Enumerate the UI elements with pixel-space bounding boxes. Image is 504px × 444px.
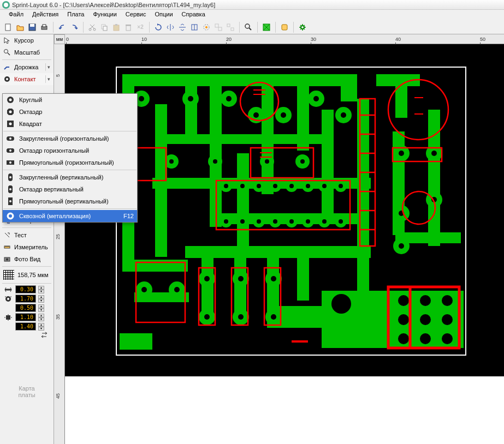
menu-file[interactable]: Файл xyxy=(4,10,28,20)
rotate-icon[interactable] xyxy=(153,22,163,32)
svg-point-158 xyxy=(420,333,431,344)
pad-rect-v[interactable]: Прямоугольный (вертикальный) xyxy=(3,195,137,207)
pad-round[interactable]: Круглый xyxy=(3,94,137,106)
tool-test[interactable]: Тест xyxy=(0,229,54,241)
svg-point-36 xyxy=(6,259,8,261)
chevron-down-icon[interactable]: ▾ xyxy=(45,75,50,83)
new-icon[interactable] xyxy=(3,22,13,32)
save-icon[interactable] xyxy=(27,22,37,32)
svg-point-99 xyxy=(265,159,269,164)
track-width-icon xyxy=(3,286,13,293)
menu-actions[interactable]: Действия xyxy=(28,10,63,20)
grid-display[interactable]: 158,75 мкм xyxy=(0,268,54,282)
mirror-v-icon[interactable] xyxy=(177,22,187,32)
svg-point-201 xyxy=(9,176,11,178)
open-icon[interactable] xyxy=(15,22,25,32)
svg-point-152 xyxy=(420,295,431,306)
param-field[interactable]: 1.40 xyxy=(15,322,36,331)
svg-rect-60 xyxy=(234,257,246,317)
snap-icon[interactable] xyxy=(201,22,211,32)
svg-point-120 xyxy=(257,184,261,188)
empty-icon xyxy=(3,323,13,331)
svg-point-153 xyxy=(442,295,453,306)
svg-point-121 xyxy=(273,184,277,188)
test-icon xyxy=(3,231,11,239)
duplicate-icon[interactable]: ×2 xyxy=(135,22,145,32)
tool-measure[interactable]: Измеритель xyxy=(0,241,54,253)
spinner[interactable]: ▴▾ xyxy=(38,304,44,312)
pad-square[interactable]: Квадрат xyxy=(3,118,137,130)
svg-rect-62 xyxy=(297,257,309,301)
pad-rounded-v[interactable]: Закругленный (вертикальный) xyxy=(3,171,137,183)
svg-rect-20 xyxy=(231,28,234,31)
svg-point-205 xyxy=(9,200,11,202)
svg-point-101 xyxy=(300,159,305,164)
svg-rect-53 xyxy=(322,110,334,219)
mirror-h-icon[interactable] xyxy=(165,22,175,32)
pad-rounded-h[interactable]: Закругленный (горизонтальный) xyxy=(3,133,137,145)
pad-rounded-v-icon xyxy=(6,173,15,181)
svg-rect-2 xyxy=(30,24,34,27)
paste-icon[interactable] xyxy=(111,22,121,32)
layer-icon[interactable] xyxy=(280,22,289,32)
spinner[interactable]: ▴▾ xyxy=(38,314,44,321)
delete-icon[interactable] xyxy=(123,22,133,32)
param-track-width: 0.30 ▴▾ xyxy=(0,285,54,294)
menu-functions[interactable]: Функции xyxy=(88,10,121,20)
app-icon xyxy=(2,1,10,9)
settings-icon[interactable] xyxy=(298,22,307,32)
spinner[interactable]: ▴▾ xyxy=(38,286,44,293)
menu-help[interactable]: Справка xyxy=(177,10,210,20)
undo-icon[interactable] xyxy=(57,22,67,32)
svg-point-189 xyxy=(9,99,12,101)
svg-point-81 xyxy=(313,96,319,101)
param-field[interactable]: 0.50 xyxy=(15,304,36,312)
copy-icon[interactable] xyxy=(99,22,109,32)
cut-icon[interactable] xyxy=(87,22,97,32)
menu-board[interactable]: Плата xyxy=(63,10,88,20)
group-icon[interactable] xyxy=(214,22,223,32)
svg-point-85 xyxy=(399,151,404,156)
pad-octagon[interactable]: Октаэдр xyxy=(3,106,137,118)
ungroup-icon[interactable] xyxy=(226,22,235,32)
svg-point-127 xyxy=(240,219,245,224)
zoom-tool-icon xyxy=(3,49,11,56)
param-field[interactable]: 0.30 xyxy=(15,285,36,293)
svg-rect-0 xyxy=(5,24,10,31)
svg-point-147 xyxy=(271,276,276,281)
param-field[interactable]: 1.10 xyxy=(15,313,36,321)
chevron-down-icon[interactable]: ▾ xyxy=(45,63,50,71)
svg-point-38 xyxy=(7,298,9,300)
pad-round-icon xyxy=(6,96,15,104)
zoom-icon[interactable] xyxy=(244,22,253,32)
tool-photo[interactable]: Фото Вид xyxy=(0,253,54,265)
tool-track[interactable]: Дорожка ▾ xyxy=(0,61,54,73)
svg-rect-24 xyxy=(282,25,287,30)
spinner[interactable]: ▴▾ xyxy=(38,323,44,331)
align-icon[interactable] xyxy=(189,22,199,32)
svg-rect-58 xyxy=(185,246,371,258)
pad-octagon-h[interactable]: Октаэдр горизонтальный xyxy=(3,145,137,157)
param-field[interactable]: 1.70 xyxy=(15,295,36,303)
pad-rect-h[interactable]: Прямоугольный (горизонтальный) xyxy=(3,157,137,169)
spinner[interactable]: ▴▾ xyxy=(38,295,44,303)
pad-rect-v-icon xyxy=(6,197,15,205)
pad-octagon-v[interactable]: Октаэдр вертикальный xyxy=(3,183,137,195)
transparent-icon[interactable] xyxy=(262,22,271,32)
pad-through[interactable]: Сквозной (металлизация) F12 xyxy=(3,210,137,222)
tool-cursor[interactable]: Курсор xyxy=(0,34,54,46)
svg-rect-39 xyxy=(6,315,10,320)
tool-pad[interactable]: Контакт ▾ xyxy=(0,73,54,85)
param-swap[interactable] xyxy=(0,331,54,339)
svg-rect-10 xyxy=(115,24,117,26)
print-icon[interactable] xyxy=(39,22,49,32)
redo-icon[interactable] xyxy=(69,22,79,32)
menu-options[interactable]: Опции xyxy=(151,10,177,20)
ruler-unit: мм xyxy=(54,34,65,44)
pad-through-icon xyxy=(6,212,15,220)
svg-point-129 xyxy=(273,219,277,224)
tool-zoom[interactable]: Масштаб xyxy=(0,46,54,58)
svg-rect-64 xyxy=(428,110,440,246)
menu-service[interactable]: Сервис xyxy=(121,10,151,20)
svg-point-71 xyxy=(139,96,144,101)
